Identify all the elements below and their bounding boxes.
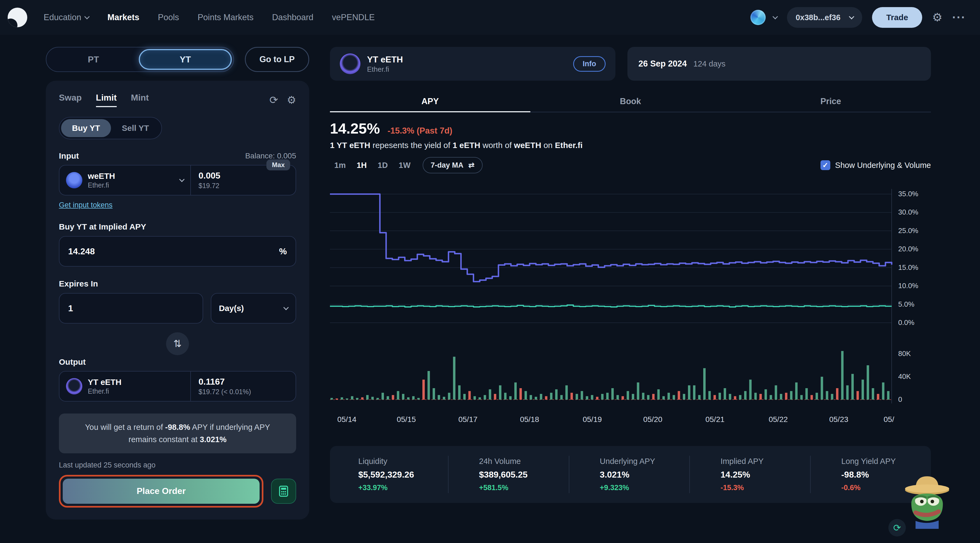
expires-value: 1 [68, 303, 73, 313]
range-1d[interactable]: 1D [373, 159, 392, 172]
chart-refresh-button[interactable]: ⟳ [888, 519, 906, 537]
nav-link-markets[interactable]: Markets [107, 13, 139, 22]
range-1m[interactable]: 1m [330, 159, 350, 172]
chevron-down-icon [773, 14, 778, 19]
show-underlying-volume-toggle[interactable]: ✓ Show Underlying & Volume [821, 160, 931, 170]
order-tabs-row: SwapLimitMint ⟳ ⚙ [59, 93, 296, 107]
svg-text:40K: 40K [898, 372, 911, 381]
svg-text:5.0%: 5.0% [898, 300, 914, 308]
stat-change: +33.97% [358, 484, 448, 492]
svg-text:05/21: 05/21 [705, 415, 724, 424]
implied-apy-field: Buy YT at Implied APY 14.248 % [59, 222, 296, 267]
maturity-date: 26 Sep 2024 [638, 59, 687, 69]
yt-tab[interactable]: YT [139, 49, 232, 70]
svg-text:05/19: 05/19 [583, 415, 602, 424]
range-1h[interactable]: 1H [352, 159, 371, 172]
wallet-button[interactable]: 0x38b...ef36 [787, 7, 862, 28]
gear-icon[interactable]: ⚙ [287, 95, 296, 105]
tab-swap[interactable]: Swap [59, 93, 82, 107]
return-notice: You will get a return of -98.8% APY if u… [59, 413, 296, 453]
highlight-annotation: Place Order [59, 475, 263, 508]
calculator-icon [278, 485, 290, 497]
swap-direction-button[interactable]: ⇅ [166, 332, 189, 355]
buy-sell-toggle: Buy YTSell YT [59, 117, 162, 139]
svg-text:05/20: 05/20 [643, 415, 662, 424]
tab-price[interactable]: Price [730, 92, 931, 112]
stat-label: 24h Volume [479, 457, 569, 466]
pendle-logo[interactable] [8, 8, 27, 27]
svg-text:25.0%: 25.0% [898, 227, 918, 235]
tab-mint[interactable]: Mint [131, 93, 149, 107]
main-content: PT YT Go to LP SwapLimitMint ⟳ ⚙ Buy YTS… [0, 35, 980, 519]
nav-links: EducationMarketsPoolsPoints MarketsDashb… [44, 13, 375, 22]
svg-text:30.0%: 30.0% [898, 208, 918, 216]
calculator-button[interactable] [271, 479, 296, 504]
maturity-card: 26 Sep 2024 124 days [627, 47, 931, 81]
nav-link-label: vePENDLE [332, 13, 375, 22]
nav-link-vependle[interactable]: vePENDLE [332, 13, 375, 22]
expires-unit-select[interactable]: Day(s) [211, 293, 296, 324]
nav-link-dashboard[interactable]: Dashboard [272, 13, 313, 22]
svg-text:35.0%: 35.0% [898, 190, 918, 198]
refresh-icon[interactable]: ⟳ [269, 95, 278, 105]
settings-gear-icon[interactable]: ⚙ [932, 12, 942, 23]
output-amount: 0.1167 [199, 377, 288, 387]
network-selector[interactable] [750, 10, 777, 25]
svg-text:05/17: 05/17 [458, 415, 477, 424]
expires-field: Expires In 1 Day(s) [59, 279, 296, 324]
implied-apy-input[interactable]: 14.248 % [59, 236, 296, 267]
nav-link-label: Dashboard [272, 13, 313, 22]
market-header-card: YT eETH Ether.fi Info [330, 47, 616, 81]
go-to-lp-button[interactable]: Go to LP [245, 47, 309, 72]
nav-link-points-markets[interactable]: Points Markets [198, 13, 254, 22]
stat-value: 14.25% [721, 470, 810, 480]
stat-value: $5,592,329.26 [358, 470, 448, 480]
nav-link-label: Points Markets [198, 13, 254, 22]
swap-direction-icon: ⇅ [173, 338, 181, 349]
ma-toggle[interactable]: 7-day MA ⇄ [423, 157, 483, 173]
checkbox-checked-icon[interactable]: ✓ [821, 160, 830, 170]
mode-row: PT YT Go to LP [46, 47, 309, 72]
chevron-down-icon [84, 14, 90, 19]
expires-value-input[interactable]: 1 [59, 293, 203, 324]
stat-value: $389,605.25 [479, 470, 569, 480]
pt-tab[interactable]: PT [48, 49, 139, 70]
yt-eeth-token-icon [66, 378, 82, 394]
ma-label: 7-day MA [431, 161, 463, 170]
last-updated-text: Last updated 25 seconds ago [59, 461, 296, 469]
input-label-row: Input Balance: 0.005 [59, 151, 296, 160]
output-usd-value: $19.72 (< 0.01%) [199, 388, 288, 396]
market-title: YT eETH [367, 54, 403, 65]
ma-swap-icon: ⇄ [468, 161, 475, 170]
input-token-selector[interactable]: weETH Ether.fi [59, 165, 191, 195]
stat-label: Long Yield APY [841, 457, 931, 466]
info-button[interactable]: Info [573, 56, 606, 72]
nav-link-pools[interactable]: Pools [158, 13, 179, 22]
sell-yt-button[interactable]: Sell YT [111, 119, 160, 137]
stat-label: Underlying APY [600, 457, 690, 466]
maturity-days: 124 days [694, 59, 725, 68]
stat-label: Liquidity [358, 457, 448, 466]
max-button[interactable]: Max [266, 159, 290, 170]
tab-limit[interactable]: Limit [96, 93, 117, 107]
range-1w[interactable]: 1W [394, 159, 415, 172]
output-token-box: YT eETH Ether.fi 0.1167 $19.72 (< 0.01%) [59, 371, 296, 402]
range-buttons: 1m1H1D1W [330, 159, 415, 172]
buy-yt-button[interactable]: Buy YT [61, 119, 111, 137]
wallet-address: 0x38b...ef36 [795, 13, 840, 22]
place-order-button[interactable]: Place Order [63, 479, 259, 504]
market-panel: YT eETH Ether.fi Info 26 Sep 2024 124 da… [330, 47, 931, 519]
chart-tabs: APYBookPrice [330, 92, 931, 112]
input-amount: 0.005 [199, 171, 288, 181]
refresh-icon: ⟳ [893, 522, 901, 533]
tab-book[interactable]: Book [530, 92, 731, 112]
trade-button[interactable]: Trade [872, 7, 922, 28]
nav-link-education[interactable]: Education [44, 13, 89, 22]
order-panel: PT YT Go to LP SwapLimitMint ⟳ ⚙ Buy YTS… [46, 47, 309, 519]
more-menu-icon[interactable]: ··· [952, 11, 966, 24]
tab-apy[interactable]: APY [330, 92, 530, 112]
nav-right: 0x38b...ef36 Trade ⚙ ··· [750, 7, 966, 28]
svg-text:0.0%: 0.0% [898, 318, 914, 327]
get-input-tokens-link[interactable]: Get input tokens [59, 201, 113, 210]
apy-chart[interactable]: 35.0%30.0%25.0%20.0%15.0%10.0%5.0%0.0%80… [330, 179, 931, 440]
